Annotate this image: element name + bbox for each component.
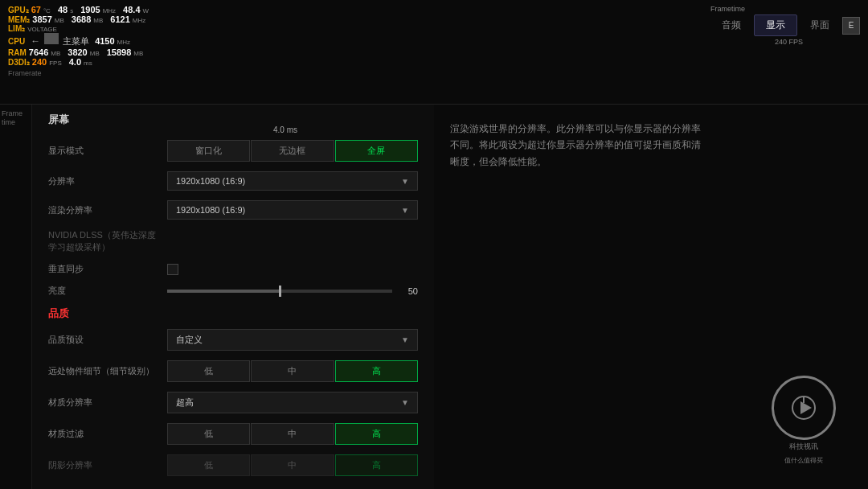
mem-val2: 3688 xyxy=(72,14,91,24)
mem-val1: 3857 xyxy=(32,14,51,24)
texture-filter-row: 材质过滤 低 中 高 xyxy=(48,423,418,445)
tab-interface[interactable]: 界面 xyxy=(799,15,841,35)
lim-label: LIM₂ xyxy=(8,24,25,33)
tab-display[interactable]: 显示 xyxy=(754,14,797,36)
ram-val3: 15898 xyxy=(107,47,132,57)
tooltip-ms: 4.0 ms xyxy=(273,125,297,134)
sidebar-labels: Frametime xyxy=(0,105,32,489)
texture-res-dropdown[interactable]: 超高 ▼ xyxy=(167,392,418,413)
info-text: 渲染游戏世界的分辨率。此分辨率可以与你显示器的分辨率不同。将此项设为超过你显示器… xyxy=(450,121,707,170)
tab-audio[interactable]: 音频 xyxy=(710,15,752,35)
texture-res-row: 材质分辨率 超高 ▼ xyxy=(48,392,418,413)
gpu-val3: 48.4 xyxy=(123,5,140,14)
ram-val2: 3820 xyxy=(68,47,87,57)
btn-filter-mid[interactable]: 中 xyxy=(251,423,334,445)
btn-lod-mid[interactable]: 中 xyxy=(251,360,334,382)
cpu-val1: 4150 xyxy=(95,36,114,46)
mem-val1-unit: MB xyxy=(55,17,64,24)
cpu-val1-unit: MHz xyxy=(117,39,130,46)
mem-val2-unit: MB xyxy=(93,17,103,24)
sidebar-frametime: Frametime xyxy=(0,108,31,129)
quality-section-title: 品质 xyxy=(48,306,418,321)
render-resolution-arrow: ▼ xyxy=(401,206,409,215)
gpu-val3-unit: W xyxy=(143,7,149,14)
btn-filter-low[interactable]: 低 xyxy=(167,423,250,445)
brightness-slider[interactable]: 50 xyxy=(167,286,418,296)
ram-val1: 7646 xyxy=(29,47,48,57)
tab-extra[interactable]: E xyxy=(842,17,860,35)
fps-label: 240 FPS xyxy=(775,38,803,46)
gpu-val1-unit: s xyxy=(70,7,73,14)
gpu-label: GPU₂ xyxy=(8,6,29,14)
btn-lod-high[interactable]: 高 xyxy=(335,360,418,382)
btn-borderless[interactable]: 无边框 xyxy=(251,140,334,162)
btn-windowed[interactable]: 窗口化 xyxy=(167,140,250,162)
hud-bar: GPU₂ 67 °C 48 s 1905 MHz 48.4 W MEM₂ 385… xyxy=(0,0,868,105)
vsync-checkbox[interactable] xyxy=(167,264,178,275)
gpu-val2-unit: MHz xyxy=(103,7,116,14)
d3d-val2-unit: ms xyxy=(84,60,92,67)
watermark-icon xyxy=(788,392,820,424)
frametime-label: Frametime xyxy=(710,5,745,13)
texture-res-label: 材质分辨率 xyxy=(48,397,161,409)
slider-fill xyxy=(167,290,280,293)
shadow-res-label: 阴影分辨率 xyxy=(48,459,161,471)
ram-label: RAM xyxy=(8,48,27,57)
render-resolution-label: 渲染分辨率 xyxy=(48,204,161,216)
quality-preset-value: 自定义 xyxy=(176,334,203,346)
watermark-circle: 科技视讯 xyxy=(772,376,836,440)
vsync-label: 垂直同步 xyxy=(48,263,161,275)
texture-res-value: 超高 xyxy=(176,397,194,409)
btn-shadow-low[interactable]: 低 xyxy=(167,454,250,476)
render-resolution-dropdown[interactable]: 1920x1080 (16:9) ▼ xyxy=(167,200,418,220)
btn-shadow-high[interactable]: 高 xyxy=(335,454,418,476)
framerate-label: Framerate xyxy=(8,69,42,77)
resolution-dropdown[interactable]: 1920x1080 (16:9) ▼ xyxy=(167,171,418,191)
mem-val3-unit: MHz xyxy=(133,17,145,24)
texture-res-arrow: ▼ xyxy=(401,398,409,407)
ram-val3-unit: MB xyxy=(133,50,143,57)
vsync-row: 垂直同步 xyxy=(48,263,418,275)
cpu-label: CPU xyxy=(8,37,25,46)
ram-val1-unit: MB xyxy=(51,50,60,57)
settings-panel: 屏幕 4.0 ms 显示模式 窗口化 无边框 全屏 分辨率 1920x1080 … xyxy=(32,105,434,489)
lod-row: 远处物件细节（细节级别） 低 中 高 xyxy=(48,360,418,382)
btn-lod-low[interactable]: 低 xyxy=(167,360,250,382)
slider-thumb[interactable] xyxy=(279,286,281,297)
gpu-temp-unit: °C xyxy=(43,7,51,14)
btn-filter-high[interactable]: 高 xyxy=(335,423,418,445)
ram-val2-unit: MB xyxy=(90,50,100,57)
resolution-value: 1920x1080 (16:9) xyxy=(176,176,245,186)
screen-section-title: 屏幕 xyxy=(48,113,418,130)
voltage-label: VOLTAGE xyxy=(27,26,57,33)
lod-buttons: 低 中 高 xyxy=(167,360,418,382)
mem-val3: 6121 xyxy=(110,14,129,24)
svg-marker-1 xyxy=(800,401,812,414)
watermark-brand: 科技视讯 xyxy=(789,442,818,452)
watermark-slogan: 值什么值得买 xyxy=(772,456,836,465)
btn-fullscreen[interactable]: 全屏 xyxy=(335,140,418,162)
lod-label: 远处物件细节（细节级别） xyxy=(48,365,161,377)
btn-shadow-mid[interactable]: 中 xyxy=(251,454,334,476)
brightness-value: 50 xyxy=(399,286,418,296)
nav-back-icon[interactable]: ← xyxy=(31,35,40,47)
d3d-val2: 4.0 xyxy=(69,57,81,67)
display-mode-label: 显示模式 xyxy=(48,145,161,157)
d3d-label: D3DI₂ xyxy=(8,58,30,67)
mem-label: MEM₂ xyxy=(8,15,30,24)
gpu-temp: 67 xyxy=(31,5,41,14)
brightness-row: 亮度 50 xyxy=(48,285,418,297)
resolution-arrow: ▼ xyxy=(401,177,409,186)
nav-main-label[interactable]: 主菜单 xyxy=(63,35,89,47)
display-mode-buttons: 窗口化 无边框 全屏 xyxy=(167,140,418,162)
render-resolution-row: 渲染分辨率 1920x1080 (16:9) ▼ xyxy=(48,200,418,220)
shadow-res-buttons: 低 中 高 xyxy=(167,454,418,476)
quality-preset-dropdown[interactable]: 自定义 ▼ xyxy=(167,329,418,351)
quality-preset-label: 品质预设 xyxy=(48,334,161,346)
resolution-row: 分辨率 1920x1080 (16:9) ▼ xyxy=(48,171,418,191)
texture-filter-label: 材质过滤 xyxy=(48,428,161,440)
gpu-val2: 1905 xyxy=(80,5,100,14)
main-content: Frametime 屏幕 4.0 ms 显示模式 窗口化 无边框 全屏 分辨率 … xyxy=(0,105,868,489)
watermark: 科技视讯 值什么值得买 xyxy=(772,376,836,465)
gpu-val1: 48 xyxy=(58,5,68,14)
